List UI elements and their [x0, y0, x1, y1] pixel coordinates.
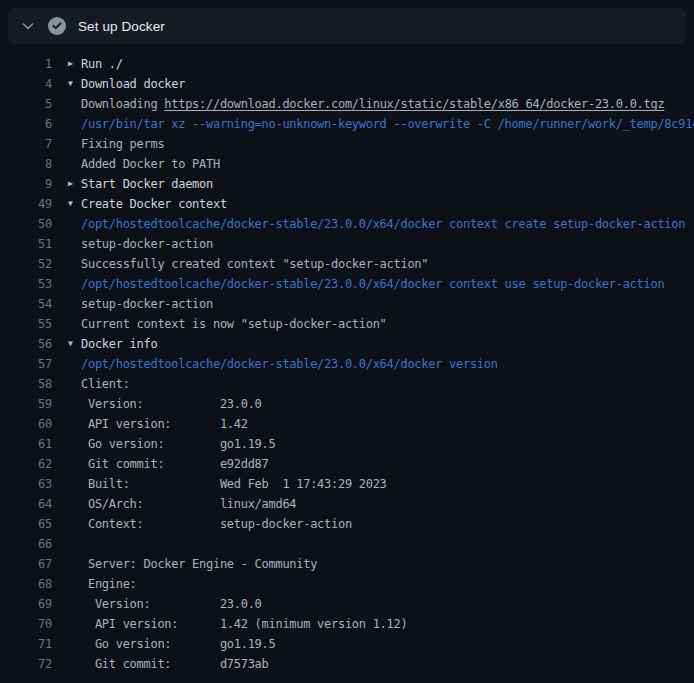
log-line: 67 Server: Docker Engine - Community — [0, 554, 694, 574]
log-line: 60 API version: 1.42 — [0, 414, 694, 434]
log-text: Built: Wed Feb 1 17:43:29 2023 — [81, 474, 694, 494]
step-header[interactable]: Set up Docker — [8, 8, 686, 44]
log-text: Server: Docker Engine - Community — [81, 554, 694, 574]
line-number[interactable]: 62 — [0, 454, 52, 474]
log-text: setup-docker-action — [81, 234, 694, 254]
line-number[interactable]: 5 — [0, 94, 52, 114]
log-text[interactable]: Run ./ — [81, 54, 694, 74]
expander-triangle-icon — [68, 574, 81, 594]
line-number[interactable]: 68 — [0, 574, 52, 594]
line-number[interactable]: 53 — [0, 274, 52, 294]
log-line: 4 ▼ Download docker — [0, 74, 694, 94]
log-text: Fixing perms — [81, 134, 694, 154]
log-text[interactable]: Create Docker context — [81, 194, 694, 214]
log-text[interactable]: Start Docker daemon — [81, 174, 694, 194]
log-line: 62 Git commit: e92dd87 — [0, 454, 694, 474]
log-line: 7 Fixing perms — [0, 134, 694, 154]
expander-triangle-icon — [68, 154, 81, 174]
status-check-icon — [48, 17, 66, 35]
log-line: 64 OS/Arch: linux/amd64 — [0, 494, 694, 514]
log-line: 68 Engine: — [0, 574, 694, 594]
expander-triangle-icon[interactable]: ▼ — [68, 334, 81, 354]
log-line: 72 Git commit: d7573ab — [0, 654, 694, 674]
log-line: 9 ▶ Start Docker daemon — [0, 174, 694, 194]
line-number[interactable]: 1 — [0, 54, 52, 74]
log-text[interactable]: Docker info — [81, 334, 694, 354]
expander-triangle-icon — [68, 94, 81, 114]
expander-triangle-icon — [68, 634, 81, 654]
expander-triangle-icon — [68, 594, 81, 614]
log-line: 65 Context: setup-docker-action — [0, 514, 694, 534]
expander-triangle-icon[interactable]: ▶ — [68, 174, 81, 194]
line-number[interactable]: 72 — [0, 654, 52, 674]
log-text: Git commit: e92dd87 — [81, 454, 694, 474]
log-link[interactable]: https://download.docker.com/linux/static… — [164, 97, 664, 111]
line-number[interactable]: 59 — [0, 394, 52, 414]
line-number[interactable]: 50 — [0, 214, 52, 234]
log-text: OS/Arch: linux/amd64 — [81, 494, 694, 514]
line-number[interactable]: 69 — [0, 594, 52, 614]
line-number[interactable]: 54 — [0, 294, 52, 314]
line-number[interactable]: 61 — [0, 434, 52, 454]
log-text[interactable]: Download docker — [81, 74, 694, 94]
log-text: /usr/bin/tar xz --warning=no-unknown-key… — [81, 114, 694, 134]
log-line: 71 Go version: go1.19.5 — [0, 634, 694, 654]
line-number[interactable]: 55 — [0, 314, 52, 334]
log-line: 55 Current context is now "setup-docker-… — [0, 314, 694, 334]
log-line: 56 ▼ Docker info — [0, 334, 694, 354]
line-number[interactable]: 66 — [0, 534, 52, 554]
log-text — [81, 534, 694, 554]
expander-triangle-icon[interactable]: ▶ — [68, 54, 81, 74]
chevron-down-icon[interactable] — [20, 18, 36, 34]
line-number[interactable]: 63 — [0, 474, 52, 494]
log-text: Version: 23.0.0 — [81, 594, 694, 614]
line-number[interactable]: 71 — [0, 634, 52, 654]
log-line: 58 Client: — [0, 374, 694, 394]
log-line: 53 /opt/hostedtoolcache/docker-stable/23… — [0, 274, 694, 294]
expander-triangle-icon[interactable]: ▼ — [68, 194, 81, 214]
log-line: 8 Added Docker to PATH — [0, 154, 694, 174]
line-number[interactable]: 6 — [0, 114, 52, 134]
log-text: /opt/hostedtoolcache/docker-stable/23.0.… — [81, 214, 694, 234]
line-number[interactable]: 7 — [0, 134, 52, 154]
line-number[interactable]: 9 — [0, 174, 52, 194]
line-number[interactable]: 70 — [0, 614, 52, 634]
line-number[interactable]: 4 — [0, 74, 52, 94]
line-number[interactable]: 58 — [0, 374, 52, 394]
line-number[interactable]: 49 — [0, 194, 52, 214]
line-number[interactable]: 51 — [0, 234, 52, 254]
log-text: API version: 1.42 — [81, 414, 694, 434]
line-number[interactable]: 8 — [0, 154, 52, 174]
expander-triangle-icon — [68, 274, 81, 294]
line-number[interactable]: 52 — [0, 254, 52, 274]
log-text: Client: — [81, 374, 694, 394]
log-text: /opt/hostedtoolcache/docker-stable/23.0.… — [81, 274, 694, 294]
line-number[interactable]: 57 — [0, 354, 52, 374]
expander-triangle-icon — [68, 134, 81, 154]
line-number[interactable]: 67 — [0, 554, 52, 574]
line-number[interactable]: 56 — [0, 334, 52, 354]
expander-triangle-icon — [68, 214, 81, 234]
expander-triangle-icon — [68, 614, 81, 634]
log-line: 51 setup-docker-action — [0, 234, 694, 254]
expander-triangle-icon — [68, 654, 81, 674]
log-line: 59 Version: 23.0.0 — [0, 394, 694, 414]
expander-triangle-icon — [68, 114, 81, 134]
log-text: Current context is now "setup-docker-act… — [81, 314, 694, 334]
step-title[interactable]: Set up Docker — [78, 19, 165, 34]
log-container: 1 ▶ Run ./ 4 ▼ Download docker 5 Downloa… — [0, 44, 694, 674]
log-text: Context: setup-docker-action — [81, 514, 694, 534]
log-text: Successfully created context "setup-dock… — [81, 254, 694, 274]
expander-triangle-icon[interactable]: ▼ — [68, 74, 81, 94]
log-text: Version: 23.0.0 — [81, 394, 694, 414]
expander-triangle-icon — [68, 234, 81, 254]
log-text: API version: 1.42 (minimum version 1.12) — [81, 614, 694, 634]
line-number[interactable]: 60 — [0, 414, 52, 434]
expander-triangle-icon — [68, 414, 81, 434]
line-number[interactable]: 64 — [0, 494, 52, 514]
line-number[interactable]: 65 — [0, 514, 52, 534]
log-line: 63 Built: Wed Feb 1 17:43:29 2023 — [0, 474, 694, 494]
expander-triangle-icon — [68, 534, 81, 554]
expander-triangle-icon — [68, 494, 81, 514]
log-line: 49 ▼ Create Docker context — [0, 194, 694, 214]
